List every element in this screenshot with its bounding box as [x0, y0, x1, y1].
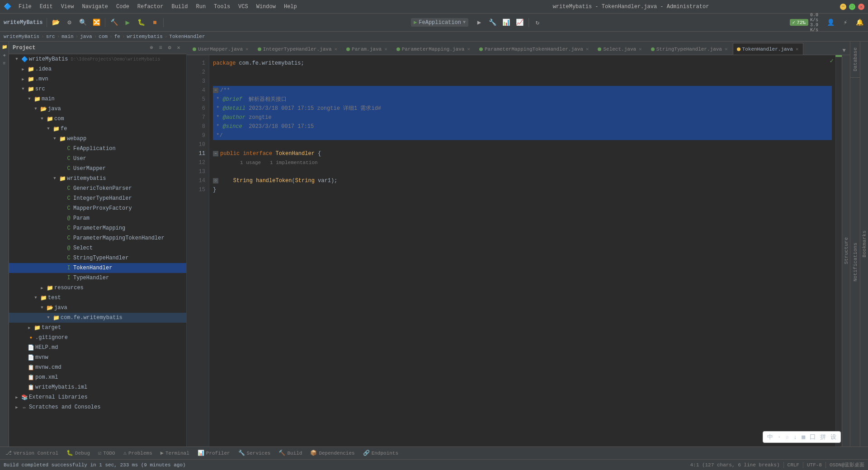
fold-btn-13[interactable]: ○ — [213, 178, 218, 183]
tree-item-iml[interactable]: ▶ 📋 writeMybatis.iml — [9, 382, 186, 392]
tree-item-mvnw[interactable]: ▶ 📄 mvnw — [9, 352, 186, 362]
toolbar-run[interactable]: ▶ — [121, 16, 134, 29]
toolbar-debug[interactable]: 🐛 — [135, 16, 147, 29]
bottom-tab-version-control[interactable]: ⎇ Version Control — [2, 448, 62, 459]
menu-tools[interactable]: Tools — [210, 2, 234, 11]
tab-parametermapping[interactable]: ParameterMapping.java ✕ — [392, 43, 475, 55]
toolbar-search[interactable]: 🔍 — [76, 16, 89, 29]
breadcrumb-com[interactable]: com — [99, 34, 108, 39]
tree-item-idea[interactable]: ▶ 📁 .idea — [9, 64, 186, 74]
tree-item-test-java[interactable]: ▼ 📂 java — [9, 303, 186, 313]
tree-item-user[interactable]: ▶ C User — [9, 154, 186, 164]
toolbar-stop[interactable]: ■ — [148, 16, 161, 29]
ime-box[interactable]: 囗 — [808, 432, 817, 442]
bookmarks-panel[interactable]: Bookmarks — [860, 42, 868, 446]
tab-close-th[interactable]: ✕ — [795, 46, 800, 52]
tab-overflow[interactable]: ▼ — [840, 47, 848, 55]
tree-item-stringtypehandler[interactable]: ▶ C StringTypeHandler — [9, 253, 186, 263]
bottom-tab-debug[interactable]: 🐛 Debug — [63, 448, 94, 459]
ime-arrow[interactable]: ↓ — [792, 433, 798, 441]
tab-usermapper[interactable]: UserMapper.java ✕ — [189, 43, 254, 55]
tree-item-target[interactable]: ▶ 📁 target — [9, 323, 186, 333]
toolbar-git[interactable]: 🔀 — [90, 16, 103, 29]
tree-item-webapp[interactable]: ▼ 📁 webapp — [9, 134, 186, 144]
menu-code[interactable]: Code — [113, 2, 133, 11]
menu-build[interactable]: Build — [168, 2, 191, 11]
tree-item-integertypehandler[interactable]: ▶ C IntegerTypeHandler — [9, 193, 186, 203]
tree-item-generictokenparser[interactable]: ▶ C GenericTokenParser — [9, 183, 186, 193]
notifications-panel-tab[interactable]: Notifications — [850, 78, 860, 446]
tab-integertypehandler[interactable]: IntegerTypeHandler.java ✕ — [254, 43, 342, 55]
panel-locate[interactable]: ⊕ — [147, 44, 156, 52]
tab-close-sth[interactable]: ✕ — [724, 46, 729, 52]
breadcrumb-java[interactable]: java — [80, 34, 92, 39]
toolbar-user[interactable]: 👤 — [825, 16, 837, 29]
tree-item-root[interactable]: ▼ 🔷 writeMyBatis D:\IdeaProjects\Demo\wr… — [9, 54, 186, 64]
bottom-tab-terminal[interactable]: ▶ Terminal — [157, 448, 193, 459]
toolbar-notifications[interactable]: 🔔 — [854, 16, 866, 29]
ime-pinyin[interactable]: 拼 — [819, 432, 827, 442]
toolbar-open-project[interactable]: 📂 — [49, 16, 62, 29]
ime-star[interactable]: ☆ — [784, 433, 791, 441]
ime-settings[interactable]: 设 — [829, 432, 838, 442]
menu-file[interactable]: File — [15, 2, 35, 11]
tree-item-tokenhandler[interactable]: ▶ I TokenHandler — [9, 263, 186, 273]
bottom-tab-services[interactable]: 🔧 Services — [235, 448, 274, 459]
tree-item-typehandler[interactable]: ▶ I TypeHandler — [9, 273, 186, 283]
tab-stringtypehandler[interactable]: StringTypeHandler.java ✕ — [647, 43, 733, 55]
toolbar-profile[interactable]: 📈 — [514, 16, 526, 29]
tree-item-help[interactable]: ▶ 📄 HELP.md — [9, 343, 186, 352]
tab-close-pm[interactable]: ✕ — [466, 46, 471, 52]
project-icon[interactable]: 📁 — [1, 43, 8, 51]
menu-help[interactable]: Help — [280, 2, 301, 11]
code-editor[interactable]: ✓ package com.fe.writemybatis; − /** — [209, 55, 835, 446]
bottom-tab-build[interactable]: 🔨 Build — [275, 448, 306, 459]
tree-item-resources[interactable]: ▶ 📁 resources — [9, 283, 186, 293]
tab-close-ith[interactable]: ✕ — [333, 46, 338, 52]
toolbar-run-config[interactable]: ▶ — [473, 16, 486, 29]
toolbar-power[interactable]: ⚡ — [839, 16, 852, 29]
tab-close-select[interactable]: ✕ — [638, 46, 643, 52]
tab-param[interactable]: Param.java ✕ — [342, 43, 392, 55]
fold-btn-4[interactable]: − — [213, 88, 218, 93]
tree-item-gitignore[interactable]: ▶ 🔸 .gitignore — [9, 333, 186, 343]
tab-close-param[interactable]: ✕ — [383, 46, 388, 52]
commit-icon[interactable]: ✚ — [1, 52, 8, 59]
menu-edit[interactable]: Edit — [36, 2, 57, 11]
tree-item-main[interactable]: ▼ 📁 main — [9, 94, 186, 104]
tree-item-fe[interactable]: ▼ 📁 fe — [9, 124, 186, 134]
ime-dot[interactable]: · — [776, 433, 783, 441]
breadcrumb-fe[interactable]: fe — [114, 34, 120, 39]
tree-item-test[interactable]: ▼ 📁 test — [9, 293, 186, 303]
tree-item-param[interactable]: ▶ @ Param — [9, 213, 186, 223]
toolbar-update[interactable]: ↻ — [531, 16, 544, 29]
tab-pmth[interactable]: ParameterMappingTokenHandler.java ✕ — [475, 43, 594, 55]
encoding-label[interactable]: UTF-8 — [807, 462, 822, 468]
cursor-position[interactable]: 4:1 (127 chars, 6 line breaks) — [690, 462, 780, 468]
menu-view[interactable]: View — [57, 2, 78, 11]
bottom-tab-profiler[interactable]: 📊 Profiler — [194, 448, 234, 459]
breadcrumb-main[interactable]: main — [61, 34, 73, 39]
breadcrumb-src[interactable]: src — [46, 34, 55, 39]
panel-collapse[interactable]: ≡ — [156, 44, 165, 52]
tree-item-java[interactable]: ▼ 📂 java — [9, 104, 186, 114]
bottom-tab-dependencies[interactable]: 📦 Dependencies — [307, 448, 358, 459]
tree-item-pom[interactable]: ▶ 📋 pom.xml — [9, 372, 186, 382]
branch-label[interactable]: OSDN@蓝影桌面 — [830, 461, 864, 468]
tree-item-mvn[interactable]: ▶ 📁 .mvn — [9, 74, 186, 84]
bottom-tab-todo[interactable]: ☑ TODO — [94, 448, 119, 459]
panel-close[interactable]: ✕ — [175, 44, 183, 52]
tree-item-mvnw-cmd[interactable]: ▶ 📋 mvnw.cmd — [9, 362, 186, 372]
breadcrumb-tokenhandler[interactable]: TokenHandler — [169, 34, 205, 39]
tree-item-mapperproxyfactory[interactable]: ▶ C MapperProxyFactory — [9, 203, 186, 213]
ime-chinese[interactable]: 中 — [766, 432, 774, 442]
toolbar-build[interactable]: 🔨 — [108, 16, 120, 29]
tree-item-test-pkg[interactable]: ▼ 📁 com.fe.writemybatis — [9, 313, 186, 323]
tree-item-pmth[interactable]: ▶ C ParameterMappingTokenHandler — [9, 233, 186, 243]
breadcrumb-project[interactable]: writeMyBatis — [4, 34, 39, 39]
menu-refactor[interactable]: Refactor — [134, 2, 167, 11]
breadcrumb-writemybatis[interactable]: writemybatis — [127, 34, 163, 39]
menu-vcs[interactable]: VCS — [235, 2, 252, 11]
menu-navigate[interactable]: Navigate — [78, 2, 112, 11]
tree-item-writemybatis[interactable]: ▼ 📁 writemybatis — [9, 174, 186, 183]
